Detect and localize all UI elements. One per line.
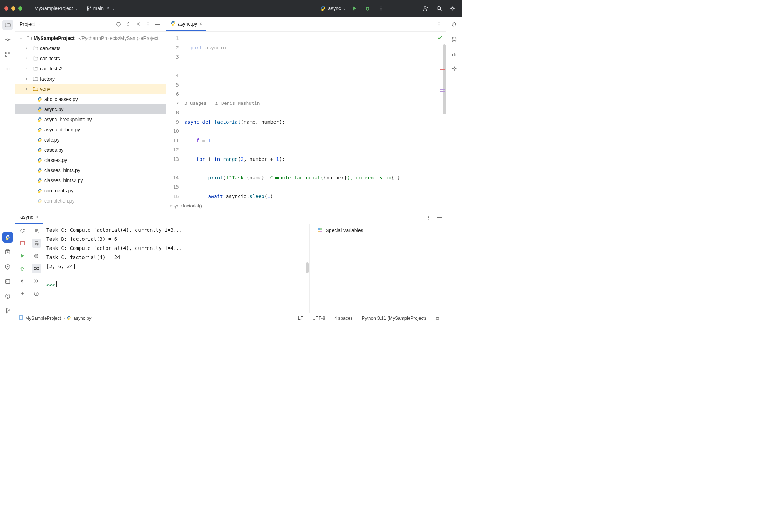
code-area[interactable]: import asyncio 3 usages Denis Mashutin a… xyxy=(182,32,446,201)
settings[interactable] xyxy=(448,4,457,13)
more-actions[interactable] xyxy=(376,4,386,13)
commit-tool-button[interactable] xyxy=(2,34,13,45)
panel-options[interactable] xyxy=(144,20,152,28)
run-options[interactable] xyxy=(424,213,433,222)
navigation-bar[interactable]: MySampleProject › async.py xyxy=(19,315,92,321)
tree-file[interactable]: classes.py xyxy=(15,155,166,165)
select-opened-file[interactable] xyxy=(115,20,122,28)
scroll-to-end[interactable] xyxy=(32,226,41,235)
tree-file-selected[interactable]: async.py xyxy=(15,104,166,114)
hide-panel[interactable] xyxy=(154,20,162,28)
error-stripe[interactable] xyxy=(443,32,445,201)
indent[interactable]: 4 spaces xyxy=(331,315,355,321)
run-config-selector[interactable]: async ⌄ xyxy=(320,5,346,12)
tree-file[interactable]: classes_hints2.py xyxy=(15,175,166,185)
chart-icon xyxy=(451,51,457,57)
project-tree[interactable]: ⌄ MySampleProject ~/PycharmProjects/MySa… xyxy=(15,32,166,211)
print-output[interactable] xyxy=(32,251,41,260)
crumb-file[interactable]: async.py xyxy=(73,315,91,321)
rerun-button[interactable] xyxy=(18,226,27,235)
problems-button[interactable] xyxy=(2,291,13,301)
chevron-right-icon[interactable]: › xyxy=(26,77,31,81)
expand-all[interactable] xyxy=(125,20,132,28)
tree-folder[interactable]: ›car_tests2 xyxy=(15,63,166,74)
minimize-window[interactable] xyxy=(11,6,15,11)
tree-file[interactable]: async_breakpoints.py xyxy=(15,114,166,124)
tree-file[interactable]: completion.py xyxy=(15,196,166,206)
git-button[interactable] xyxy=(2,306,13,316)
line-separator[interactable]: LF xyxy=(295,315,306,321)
services-button[interactable] xyxy=(2,261,13,272)
maximize-window[interactable] xyxy=(18,6,22,11)
tree-folder[interactable]: ›car_tests xyxy=(15,53,166,63)
readonly-toggle[interactable] xyxy=(432,315,443,321)
editor-tab-options[interactable] xyxy=(434,19,444,29)
chevron-right-icon[interactable]: › xyxy=(26,87,31,91)
tree-file[interactable]: calc.py xyxy=(15,135,166,145)
inspection-ok-icon[interactable] xyxy=(437,34,443,44)
debug-button-small[interactable] xyxy=(18,264,27,273)
editor-body[interactable]: 12345678910111213141516 import asyncio 3… xyxy=(166,32,446,201)
chevron-right-icon[interactable]: › xyxy=(26,46,31,50)
tree-folder[interactable]: ›car&tests xyxy=(15,43,166,53)
code-with-me[interactable] xyxy=(421,4,431,13)
folder-icon xyxy=(32,76,39,82)
inlay-usages[interactable]: 3 usages xyxy=(184,101,207,106)
vcs-branch[interactable]: main ⌄ xyxy=(86,6,115,11)
chevron-right-icon[interactable]: › xyxy=(26,56,31,60)
editor-tab[interactable]: async.py × xyxy=(166,17,206,31)
gutter[interactable]: 12345678910111213141516 xyxy=(166,32,182,201)
python-console-button[interactable] xyxy=(2,232,13,243)
crumb-project[interactable]: MySampleProject xyxy=(25,315,61,321)
hide-run[interactable] xyxy=(435,213,444,222)
show-variables[interactable] xyxy=(32,264,41,273)
project-dropdown[interactable]: MySampleProject ⌄ xyxy=(32,4,81,13)
interpreter[interactable]: Python 3.11 (MySampleProject) xyxy=(359,315,429,321)
history[interactable] xyxy=(32,289,41,298)
tree-root[interactable]: ⌄ MySampleProject ~/PycharmProjects/MySa… xyxy=(15,33,166,43)
sciview-button[interactable] xyxy=(449,49,459,60)
execute-current[interactable] xyxy=(32,277,41,286)
tree-folder-excluded[interactable]: ›venv xyxy=(15,84,166,94)
close-window[interactable] xyxy=(4,6,8,11)
terminal-button[interactable] xyxy=(2,276,13,287)
debug-button[interactable] xyxy=(363,4,372,13)
ai-assistant-button[interactable] xyxy=(449,64,459,74)
project-tool-button[interactable] xyxy=(2,20,13,30)
run-settings[interactable] xyxy=(18,277,27,286)
notifications-button[interactable] xyxy=(449,20,459,30)
tree-file[interactable]: comments.py xyxy=(15,185,166,196)
search-everywhere[interactable] xyxy=(434,4,444,13)
encoding[interactable]: UTF-8 xyxy=(310,315,328,321)
chevron-right-icon[interactable]: › xyxy=(26,67,31,70)
python-packages-button[interactable] xyxy=(2,247,13,257)
tree-file[interactable]: classes_hints.py xyxy=(15,165,166,175)
variables-row[interactable]: › Special Variables xyxy=(313,227,443,233)
tree-file[interactable]: abc_classes.py xyxy=(15,94,166,104)
tree-file[interactable]: async_debug.py xyxy=(15,124,166,135)
collapse-close[interactable] xyxy=(134,20,142,28)
tree-file[interactable]: cases.py xyxy=(15,145,166,155)
more-tools[interactable] xyxy=(2,64,13,74)
console-output[interactable]: Task C: Compute factorial(4), currently … xyxy=(43,224,309,313)
tree-folder[interactable]: ›factory xyxy=(15,74,166,84)
database-button[interactable] xyxy=(449,34,459,45)
editor-breadcrumb[interactable]: async factorial() xyxy=(166,201,446,211)
run-tab[interactable]: async × xyxy=(15,211,43,224)
run-button[interactable] xyxy=(349,4,359,13)
run-button-small[interactable] xyxy=(18,251,27,260)
variables-pane[interactable]: › Special Variables xyxy=(309,224,446,313)
structure-tool-button[interactable] xyxy=(2,49,13,60)
add-run-config[interactable] xyxy=(18,289,27,298)
svg-point-21 xyxy=(439,22,439,23)
chevron-down-icon[interactable]: ⌄ xyxy=(37,22,40,26)
close-run-tab[interactable]: × xyxy=(35,214,38,220)
console-scrollbar[interactable] xyxy=(306,262,309,273)
close-tab[interactable]: × xyxy=(199,21,202,27)
chevron-down-icon[interactable]: ⌄ xyxy=(20,36,25,40)
kebab-icon xyxy=(437,22,442,27)
soft-wrap[interactable] xyxy=(32,239,41,248)
chevron-right-icon[interactable]: › xyxy=(313,229,314,232)
inlay-author[interactable]: Denis Mashutin xyxy=(221,101,260,106)
stop-button[interactable] xyxy=(18,239,27,248)
